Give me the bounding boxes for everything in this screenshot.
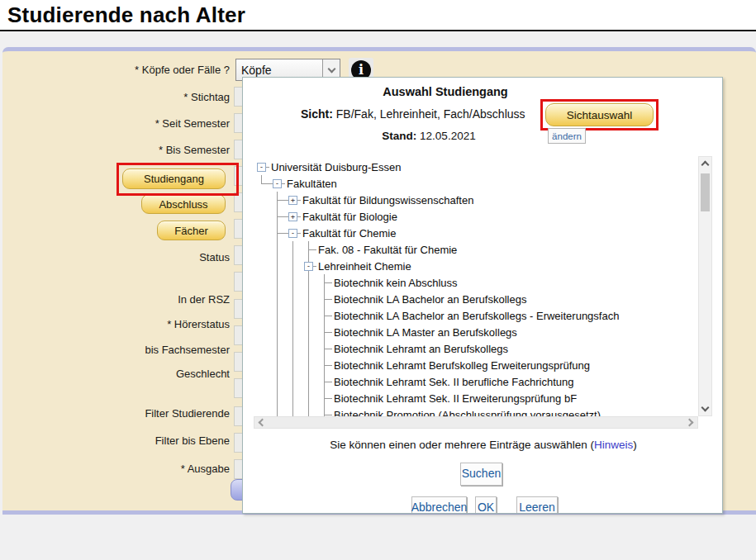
collapse-icon[interactable]: - [257,163,266,172]
horizontal-scrollbar[interactable] [254,416,698,429]
collapse-icon[interactable]: - [304,262,313,271]
tree-row[interactable]: +Fakultät für Biologie [254,208,698,225]
tree-node-label[interactable]: Biotechnik LA Bachelor an Berufskollegs [332,293,526,306]
tree-row[interactable]: Biotechnik Lehramt Berufskolleg Erweiter… [254,357,698,373]
auswahl-studiengang-dialog: Auswahl Studiengang Sicht: FB/Fak, Lehre… [242,77,723,514]
select-value: Köpfe [236,64,322,77]
tree-guide-line [285,390,301,406]
tree-row[interactable]: -Lehreinheit Chemie [254,258,698,274]
tree-row[interactable]: -Fakultäten [254,175,698,192]
tree-row[interactable]: Biotechnik Lehramt an Berufskollegs [254,340,698,357]
tree-guide-line [285,373,301,390]
leeren-button[interactable]: Leeren [516,496,558,514]
tree-node-label[interactable]: Biotechnik Lehramt Sek. II berufliche Fa… [332,376,573,388]
scroll-down-icon[interactable] [699,402,711,415]
suchen-button[interactable]: Suchen [460,463,502,486]
tree-node-label[interactable]: Biotechnik Promotion (Abschlussprüfung v… [332,409,601,417]
tree-guide-line [285,258,301,274]
tree-node-connector: - [285,225,301,241]
tree-guide-line [269,192,285,208]
tree-node-label[interactable]: Biotechnik Lehramt an Berufskollegs [332,343,508,355]
collapse-icon[interactable]: - [273,179,282,188]
tree-guide-line [285,274,301,291]
tree-row[interactable]: Fak. 08 - Fakultät für Chemie [254,241,698,258]
tree-row[interactable]: +Fakultät für Bildungswissenschaften [254,192,698,208]
tree-guide-line [269,208,285,225]
vertical-scrollbar-thumb[interactable] [701,173,710,211]
tree-guide-line [301,373,316,390]
tree-indent [254,208,269,225]
tree-guide-line [301,406,316,416]
tree-leaf-connector [316,357,332,373]
tree-node-label[interactable]: Fakultät für Chemie [301,227,396,240]
tree-row[interactable]: Biotechnik kein Abschluss [254,274,698,291]
tree-node-label[interactable]: Universität Duisburg-Essen [269,161,402,173]
tree-row[interactable]: Biotechnik Lehramt Sek. II berufliche Fa… [254,373,698,390]
highlight-box-studiengang [116,163,239,196]
tree-guide-line [269,258,285,274]
tree-node-label[interactable]: Fak. 08 - Fakultät für Chemie [316,244,457,256]
tree-guide-line [301,291,316,307]
tree-row[interactable]: Biotechnik LA Bachelor an Berufskollegs [254,291,698,307]
form-label: Filter Studierende [145,407,230,420]
tree-row[interactable]: Biotechnik LA Bachelor an Berufskollegs … [254,307,698,324]
form-label: Geschlecht [176,368,230,380]
form-label: bis Fachsemester [145,344,230,356]
form-label: Status [199,251,230,263]
hinweis-link[interactable]: Hinweis [594,439,633,451]
tree-node-label[interactable]: Biotechnik kein Abschluss [332,277,458,289]
tree-node-label[interactable]: Fakultäten [285,178,337,190]
aendern-button[interactable]: ändern [548,128,586,144]
hint-text: Sie können einen oder mehrere Einträge a… [330,439,594,451]
tree-node-label[interactable]: Biotechnik LA Master an Berufskollegs [332,326,517,339]
tree-indent [254,390,269,406]
tree-row[interactable]: -Universität Duisburg-Essen [254,159,698,175]
stand-label: Stand: [382,130,416,142]
tree-guide-line [269,291,285,307]
form-label: * Seit Semester [155,117,230,130]
form-label: * Hörerstatus [167,318,230,330]
hint-suffix: ) [633,439,637,451]
tree-indent [254,357,269,373]
tree-node-label[interactable]: Lehreinheit Chemie [316,260,411,273]
tree-node-label[interactable]: Fakultät für Biologie [301,211,397,223]
tree-node-connector: + [285,208,301,225]
tree-guide-line [285,241,301,258]
tree-guide-line [269,307,285,324]
tree-guide-line [285,324,301,340]
ok-button[interactable]: OK [475,496,497,514]
faecher-button[interactable]: Fächer [157,221,226,240]
tree-guide-line [254,175,269,192]
form-label: Filter bis Ebene [155,434,230,447]
tree-node-label[interactable]: Biotechnik Lehramt Sek. II Erweiterungsp… [332,392,577,405]
collapse-icon[interactable]: - [288,229,297,238]
sicht-value: FB/Fak, Lehreinheit, Fach/Abschluss [336,107,525,121]
tree-guide-line [285,307,301,324]
form-label: * Köpfe oder Fälle ? [135,64,230,76]
tree-guide-line [301,390,316,406]
vertical-scrollbar[interactable] [698,156,712,416]
tree-guide-line [301,274,316,291]
expand-icon[interactable]: + [288,212,297,221]
tree-leaf-connector [316,307,332,324]
tree-node-connector: + [285,192,301,208]
abbrechen-button[interactable]: Abbrechen [411,496,467,514]
abschluss-button[interactable]: Abschluss [141,194,226,214]
tree-indent [254,373,269,390]
tree-guide-line [269,274,285,291]
tree-node-label[interactable]: Biotechnik Lehramt Berufskolleg Erweiter… [332,359,590,372]
tree-leaf-connector [316,324,332,340]
tree-node-label[interactable]: Fakultät für Bildungswissenschaften [301,194,473,206]
scroll-up-icon[interactable] [699,157,711,170]
form-label: * Stichtag [183,91,230,103]
tree-indent [254,307,269,324]
scroll-right-icon[interactable] [684,417,697,428]
tree-row[interactable]: -Fakultät für Chemie [254,225,698,241]
tree-node-label[interactable]: Biotechnik LA Bachelor an Berufskollegs … [332,310,619,322]
tree-row[interactable]: Biotechnik Lehramt Sek. II Erweiterungsp… [254,390,698,406]
scroll-left-icon[interactable] [254,417,268,428]
expand-icon[interactable]: + [288,196,297,205]
tree-guide-line [301,324,316,340]
tree-row[interactable]: Biotechnik Promotion (Abschlussprüfung v… [254,406,698,416]
tree-row[interactable]: Biotechnik LA Master an Berufskollegs [254,324,698,340]
